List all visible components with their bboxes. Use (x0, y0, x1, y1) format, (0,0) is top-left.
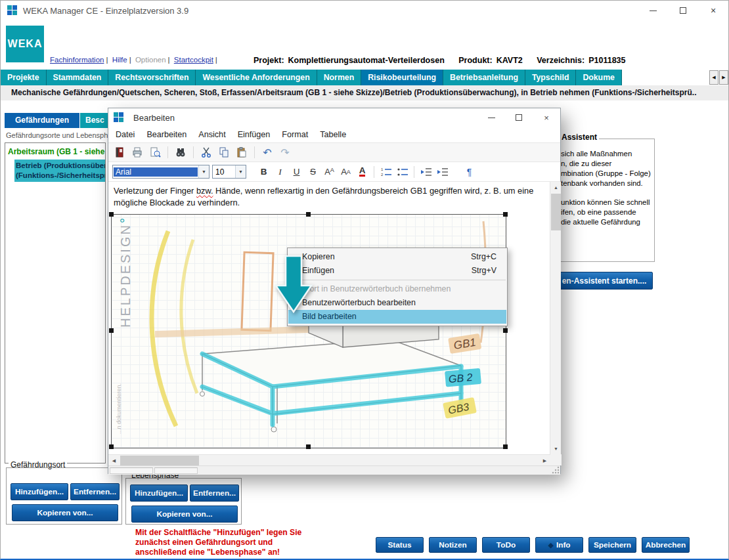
maximize-button[interactable] (668, 1, 698, 20)
font-family-select[interactable]: Arial ▼ (112, 165, 210, 179)
indent-icon[interactable] (435, 165, 449, 179)
scroll-left-icon[interactable]: ◀ (108, 455, 120, 466)
dialog-minimize-button[interactable] (477, 108, 505, 127)
link-startcockpit[interactable]: Startcockpit (174, 56, 213, 64)
cut-icon[interactable] (199, 145, 213, 160)
hazard-description-text[interactable]: Verletzung der Finger bzw. Hände, wenn r… (114, 185, 542, 209)
dialog-close-button[interactable]: × (533, 108, 560, 127)
font-shrink-button[interactable]: AA (339, 165, 353, 179)
status-cell (110, 467, 153, 474)
vertical-scroll-thumb[interactable] (551, 194, 561, 230)
tab-rechtsvorschriften[interactable]: Rechtsvorschriften (108, 70, 196, 85)
tab-dokumente[interactable]: Dokume (576, 70, 622, 85)
bold-button[interactable]: B (257, 165, 271, 179)
tab-typschild[interactable]: Typschild (525, 70, 576, 85)
shortcut: Strg+C (471, 250, 497, 264)
tab-risikobeurteilung[interactable]: Risikobeurteilung (361, 70, 443, 85)
scroll-up-icon[interactable]: ▲ (550, 182, 562, 193)
outdent-icon[interactable] (419, 165, 433, 179)
menu-tabelle[interactable]: Tabelle (314, 130, 352, 139)
tab-stammdaten[interactable]: Stammdaten (47, 70, 109, 85)
resize-handle-n[interactable] (306, 212, 311, 217)
tab-scroll-right-icon[interactable]: ▶ (719, 70, 728, 85)
context-item-kopieren[interactable]: Kopieren Strg+C (288, 250, 507, 264)
menu-einfuegen[interactable]: Einfügen (232, 130, 276, 139)
resize-handle-ne[interactable] (503, 212, 508, 217)
gefaehrdungsort-add-button[interactable]: Hinzufügen... (11, 483, 68, 500)
resize-handle-s[interactable] (306, 444, 311, 449)
context-item-einfuegen[interactable]: Einfügen Strg+V (288, 264, 507, 278)
tree-item-betrieb-selected[interactable]: Betrieb (Produktionsüberwa (Funktions-/S… (14, 160, 105, 182)
dialog-maximize-button[interactable] (505, 108, 533, 127)
dialog-statusbar (108, 465, 560, 475)
undo-icon[interactable]: ↶ (260, 145, 275, 160)
menu-bearbeiten[interactable]: Bearbeiten (141, 130, 192, 139)
resize-handle-e[interactable] (503, 328, 508, 333)
abbrechen-button[interactable]: Abbrechen (642, 537, 690, 553)
menu-format[interactable]: Format (276, 130, 314, 139)
menu-datei[interactable]: Datei (110, 130, 141, 139)
font-enlarge-button[interactable]: AA (322, 165, 336, 179)
resize-handle-nw[interactable] (109, 212, 114, 217)
notizen-button[interactable]: Notizen (429, 537, 477, 553)
gefaehrdungsort-copy-button[interactable]: Kopieren von... (12, 504, 118, 521)
bullet-list-icon[interactable] (395, 165, 409, 179)
horizontal-scrollbar[interactable]: ◀ ▶ (108, 454, 550, 465)
paste-icon[interactable] (234, 145, 249, 160)
print-icon[interactable] (130, 145, 144, 160)
shortcut: Strg+V (472, 264, 497, 278)
tab-scroll-left-icon[interactable]: ◀ (709, 70, 718, 85)
tab-wesentliche-anforderungen[interactable]: Wesentliche Anforderungen (196, 70, 317, 85)
resize-handle-sw[interactable] (109, 444, 114, 449)
vertical-scrollbar[interactable]: ▲ ▼ (550, 182, 561, 454)
scroll-right-icon[interactable]: ▶ (539, 455, 550, 466)
lebensphase-remove-button[interactable]: Entfernen... (190, 485, 239, 502)
scroll-down-icon[interactable]: ▼ (550, 443, 562, 454)
tab-normen[interactable]: Normen (317, 70, 361, 85)
tab-projekte[interactable]: Projekte (1, 70, 47, 85)
lebensphase-copy-button[interactable]: Kopieren von... (131, 506, 238, 523)
link-fachinformation[interactable]: Fachinformation (50, 56, 104, 64)
resize-grip[interactable] (552, 466, 560, 474)
context-item-wort-uebernehmen: Wort in Benutzerwörterbuch übernehmen (288, 282, 507, 296)
horizontal-scroll-thumb[interactable] (120, 456, 199, 465)
speichern-button[interactable]: Speichern (588, 537, 636, 553)
chevron-down-icon: ▼ (235, 165, 246, 178)
maximize-icon (680, 7, 686, 14)
context-item-bild-bearbeiten[interactable]: Bild bearbeiten (288, 310, 506, 324)
strikethrough-button[interactable]: S (306, 165, 320, 179)
redo-icon[interactable]: ↷ (278, 145, 292, 160)
save-icon[interactable] (112, 145, 127, 160)
warning-text: Mit der Schaltfläche "Hinzufügen" legen … (135, 528, 301, 557)
close-button[interactable]: × (698, 1, 728, 20)
link-hilfe[interactable]: Hilfe (112, 56, 127, 64)
menu-ansicht[interactable]: Ansicht (192, 130, 231, 139)
info-button[interactable]: ◆ Info (535, 537, 583, 553)
underline-button[interactable]: U (290, 165, 303, 179)
resize-handle-se[interactable] (503, 444, 508, 449)
italic-button[interactable]: I (273, 165, 287, 179)
assistant-start-button[interactable]: en-Assistent starten.... (556, 272, 653, 290)
numbered-list-icon[interactable]: 12 (379, 165, 393, 179)
copy-icon[interactable] (217, 145, 231, 160)
context-item-benutzerwoerterbuch[interactable]: Benutzerwörterbuch bearbeiten (288, 296, 507, 310)
todo-button[interactable]: ToDo (482, 537, 530, 553)
maximize-icon (516, 114, 522, 121)
status-button[interactable]: Status (376, 537, 424, 553)
font-size-select[interactable]: 10 ▼ (212, 165, 246, 179)
paragraph-marks-icon[interactable]: ¶ (462, 165, 476, 179)
resize-handle-w[interactable] (109, 328, 114, 333)
tab-beschreibung[interactable]: Besc (80, 113, 111, 128)
tab-betriebsanleitung[interactable]: Betriebsanleitung (443, 70, 525, 85)
minimize-button[interactable] (638, 1, 668, 20)
font-color-button[interactable]: A (355, 165, 369, 179)
find-icon[interactable] (173, 145, 188, 160)
directory-label: Verzeichnis: (537, 56, 585, 65)
tree-item-arbeitsraum[interactable]: Arbeitsraum (GB 1 - siehe (8, 147, 105, 156)
editor-content[interactable]: Verletzung der Finger bzw. Hände, wenn r… (108, 182, 550, 454)
print-preview-icon[interactable] (148, 145, 162, 160)
link-optionen: Optionen (135, 56, 166, 64)
lebensphase-add-button[interactable]: Hinzufügen... (130, 485, 188, 502)
gefaehrdungsort-remove-button[interactable]: Entfernen... (70, 483, 120, 500)
tab-gefaehrdungen[interactable]: Gefährdungen (5, 113, 79, 128)
